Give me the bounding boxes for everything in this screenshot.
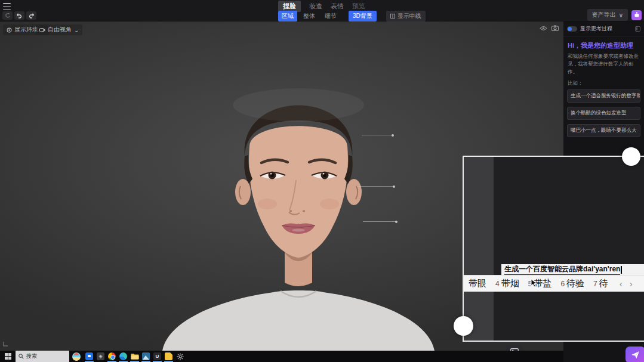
redo-button[interactable] [26,11,36,20]
avatar-figure [137,54,460,351]
asset-export-button[interactable]: 资产导出 ∨ [587,9,628,21]
click-indicator-circle [454,316,473,336]
taskbar-app-chrome[interactable] [106,351,118,362]
ime-composition-text: 生成一个百度智能云品牌dai'yan'ren [504,264,620,275]
send-button[interactable] [625,346,644,362]
tab-preview[interactable]: 预览 [352,2,365,11]
view-angle-dropdown-label: 自由视角 [48,26,72,34]
asset-export-label: 资产导出 [592,11,616,19]
resize-corner-icon[interactable] [3,341,8,346]
ime-candidate-bar: 带眼 4带烟 5带盐 6待验 7待 ‹ › [464,275,644,292]
taskbar-app-dark[interactable]: ◈ [95,351,106,362]
environment-icon [7,27,12,33]
taskbar-app-photos[interactable] [140,351,152,362]
tab-styling[interactable]: 妆造 [309,2,322,11]
windows-taskbar: 搜索 ◈ U [0,351,563,362]
weather-widget-button[interactable] [69,351,84,362]
ime-composition-box[interactable]: 生成一个百度智能云品牌dai'yan'ren [501,264,644,275]
sub-tabs: 区域 整体 细节 3D背景 显示中线 [278,11,426,20]
beach-weather-icon [72,352,81,361]
notes-app-icon [165,352,172,360]
chrome-icon [108,352,116,360]
click-indicator-circle [622,147,640,166]
text-caret [621,266,622,274]
ime-prev-page-arrow[interactable]: ‹ [620,279,623,289]
undo-icon [16,13,23,18]
top-toolbar: 捏脸 妆造 表情 预览 区域 整体 细节 3D背景 显示中线 资产导出 ∨ [0,0,644,21]
centerline-button-label: 显示中线 [398,12,421,20]
folder-icon [131,353,139,360]
reset-icon [5,13,11,18]
robot-icon [634,12,640,18]
subtab-region[interactable]: 区域 [278,11,297,21]
chat-app-icon [85,352,93,360]
magnifier-overlay-window: 生成一个百度智能云品牌dai'yan'ren 带眼 4带烟 5带盐 6待验 7待… [463,156,644,342]
photos-icon [142,352,150,360]
start-button[interactable] [0,351,16,362]
camera-icon [39,27,45,32]
ime-candidate[interactable]: 7待 [593,278,608,289]
brow-guide-line[interactable] [362,135,393,135]
suggestion-chip[interactable]: 嘴巴小一点，眼睛不要那么大 [567,124,640,137]
show-thinking-label: 显示思考过程 [580,25,632,33]
collapse-panel-icon[interactable] [635,26,640,32]
taskbar-settings[interactable] [174,351,186,362]
magnified-canvas-edge [464,157,494,341]
assistant-panel-header: 显示思考过程 [563,21,644,36]
taskbar-app-edge[interactable] [118,351,129,362]
menu-icon[interactable] [3,3,11,10]
taskbar-app-notes[interactable] [163,351,174,362]
taskbar-app-chat[interactable] [84,351,95,362]
chevron-down-icon: ⌄ [74,27,79,33]
taskbar-app-u[interactable]: U [152,351,163,362]
assistant-greeting: Hi，我是您的造型助理 [563,36,644,52]
taskbar-file-explorer[interactable] [129,351,140,362]
subtab-overall[interactable]: 整体 [300,11,319,21]
ime-next-page-arrow[interactable]: › [630,279,633,289]
tab-face-pinch[interactable]: 捏脸 [278,1,301,12]
show-thinking-toggle[interactable] [567,26,577,32]
mouse-cursor-icon [531,279,537,287]
send-plane-icon [631,351,640,359]
taskbar-search-input[interactable]: 搜索 [16,351,69,362]
3d-background-button[interactable]: 3D背景 [349,11,377,21]
reset-button[interactable] [2,11,13,20]
centerline-icon [390,14,395,18]
suggestion-chip[interactable]: 换个酷酷的绿色短发造型 [567,107,640,120]
assistant-intro: 和我说任何形象要求或者修改意见，我将帮您进行数字人的创作。 [563,52,644,75]
app-screen: 展示环境 ⌄ 自由视角 ⌄ [0,0,644,362]
centerline-button[interactable]: 显示中线 [386,11,426,21]
ime-candidate[interactable]: 6待验 [560,278,584,289]
tab-expression[interactable]: 表情 [331,2,344,11]
redo-icon [28,13,35,18]
edge-icon [119,352,127,360]
ai-assistant-button[interactable] [631,10,642,20]
environment-dropdown-label: 展示环境 [14,26,38,34]
mouth-guide-line[interactable] [363,221,396,222]
dark-app-icon: ◈ [97,352,104,360]
gear-icon [177,353,184,360]
windows-logo-icon [5,353,11,360]
history-group [2,11,36,20]
view-angle-dropdown[interactable]: 自由视角 ⌄ [36,24,82,35]
undo-button[interactable] [14,11,24,20]
suggestion-chip[interactable]: 生成一个适合服务银行的数字助理 [567,89,640,103]
eye-guide-line[interactable] [357,186,394,187]
main-tabs: 捏脸 妆造 表情 预览 [278,1,365,11]
eye-icon[interactable] [540,26,547,31]
chevron-down-icon: ∨ [619,12,623,18]
search-placeholder: 搜索 [26,352,37,360]
snapshot-camera-icon[interactable] [551,25,559,31]
ime-candidate[interactable]: 带眼 [467,278,486,289]
u-app-icon: U [153,352,161,360]
search-icon [19,354,24,359]
ime-candidate[interactable]: 4带烟 [495,278,519,289]
assistant-hint: 比如： [563,75,644,89]
subtab-detail[interactable]: 细节 [321,11,340,21]
